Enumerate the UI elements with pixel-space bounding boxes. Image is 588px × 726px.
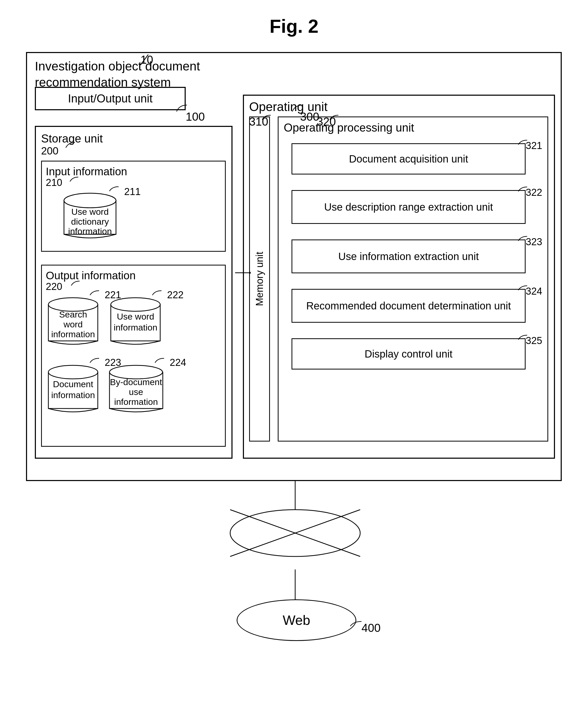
memory-unit-label: Memory unit bbox=[254, 252, 265, 306]
svg-text:information: information bbox=[51, 329, 95, 339]
ref-222: 222 bbox=[167, 290, 184, 301]
ref-222-line bbox=[150, 290, 165, 297]
web-label: Web bbox=[283, 612, 310, 628]
ref-322-line bbox=[516, 186, 530, 192]
svg-text:use: use bbox=[129, 387, 143, 397]
unit-321-box: Document acquisition unit bbox=[292, 143, 526, 174]
cylinder-211-container: Use word dictionary information 211 bbox=[63, 190, 123, 246]
cylinder-211-svg: Use word dictionary information bbox=[63, 190, 123, 245]
storage-unit-box: Storage unit 200 Input information 210 bbox=[35, 126, 232, 459]
ref-211-line bbox=[107, 186, 123, 193]
svg-text:Use word: Use word bbox=[117, 312, 154, 321]
ref-325-line bbox=[516, 334, 530, 340]
ref-321-line bbox=[516, 139, 530, 145]
io-unit-box: Input/Output unit bbox=[35, 87, 186, 110]
unit-324-box: Recommended document determination unit bbox=[292, 289, 526, 323]
storage-to-memory-arrow bbox=[235, 272, 251, 274]
svg-text:information: information bbox=[68, 226, 112, 236]
svg-text:dictionary: dictionary bbox=[71, 217, 109, 227]
input-info-label: Input information bbox=[46, 165, 127, 178]
op-processing-label: Operating processing unit bbox=[284, 121, 414, 134]
svg-text:Document: Document bbox=[53, 379, 93, 389]
unit-323-label: Use information extraction unit bbox=[338, 250, 479, 263]
unit-323-box: Use information extraction unit bbox=[292, 239, 526, 273]
cylinder-221-svg: Search word information bbox=[47, 294, 103, 351]
cylinder-222-svg: Use word information bbox=[109, 294, 165, 351]
ref-100-line bbox=[171, 104, 192, 114]
svg-text:information: information bbox=[114, 322, 158, 332]
output-info-label: Output information bbox=[46, 270, 136, 282]
svg-text:By-document: By-document bbox=[110, 377, 162, 387]
ref-210: 210 bbox=[46, 177, 62, 188]
cylinder-224-svg: By-document use information bbox=[108, 362, 168, 419]
svg-text:information: information bbox=[51, 390, 95, 400]
input-info-box: Input information 210 Use word dictionar… bbox=[41, 161, 226, 252]
memory-unit-bar: Memory unit bbox=[249, 116, 270, 442]
ref-211: 211 bbox=[124, 186, 141, 197]
cylinder-222-container: Use word information 222 bbox=[109, 294, 165, 353]
system-label: Investigation object document recommenda… bbox=[35, 58, 200, 91]
ref-221-line bbox=[87, 290, 103, 297]
svg-text:information: information bbox=[114, 397, 158, 407]
unit-321-label: Document acquisition unit bbox=[349, 152, 468, 166]
ref-220: 220 bbox=[46, 281, 62, 292]
ref-220-line bbox=[69, 280, 83, 286]
vertical-line-web bbox=[294, 570, 296, 601]
ref-224-line bbox=[152, 357, 168, 364]
ref-200-line bbox=[63, 141, 79, 149]
unit-322-box: Use description range extraction unit bbox=[292, 190, 526, 224]
cylinder-224-container: By-document use information 224 bbox=[108, 362, 168, 420]
operating-unit-box: Operating unit 310 320 Memory unit Opera… bbox=[243, 95, 555, 459]
operating-unit-label: Operating unit bbox=[249, 100, 328, 114]
page-title: Fig. 2 bbox=[0, 0, 588, 47]
svg-text:Search: Search bbox=[59, 309, 87, 319]
output-info-box: Output information 220 Search word infor… bbox=[41, 265, 226, 447]
ref-223-line bbox=[87, 357, 103, 364]
svg-text:Use word: Use word bbox=[71, 207, 109, 217]
ref-210-line bbox=[68, 176, 82, 182]
op-processing-box: Operating processing unit Document acqui… bbox=[278, 116, 548, 442]
ref-400-line bbox=[347, 620, 365, 627]
web-ellipse: Web bbox=[237, 599, 356, 641]
svg-point-2 bbox=[64, 193, 116, 208]
svg-marker-25 bbox=[249, 272, 251, 274]
network-cloud-svg bbox=[229, 507, 361, 570]
unit-325-label: Display control unit bbox=[364, 347, 453, 361]
unit-322-label: Use description range extraction unit bbox=[324, 200, 493, 214]
ref-323-line bbox=[516, 235, 530, 241]
unit-325-box: Display control unit bbox=[292, 338, 526, 369]
ref-324-line bbox=[516, 284, 530, 291]
cylinder-223-container: Document information 223 bbox=[47, 362, 103, 420]
cylinder-223-svg: Document information bbox=[47, 362, 103, 419]
svg-text:word: word bbox=[63, 319, 83, 329]
ref-200: 200 bbox=[41, 145, 59, 157]
io-unit-label: Input/Output unit bbox=[68, 92, 152, 105]
svg-point-16 bbox=[48, 365, 98, 379]
ref-224: 224 bbox=[170, 357, 186, 368]
unit-324-label: Recommended document determination unit bbox=[306, 299, 511, 313]
system-box: Investigation object document recommenda… bbox=[26, 52, 562, 481]
cylinder-221-container: Search word information 221 bbox=[47, 294, 103, 353]
svg-point-12 bbox=[111, 298, 160, 311]
